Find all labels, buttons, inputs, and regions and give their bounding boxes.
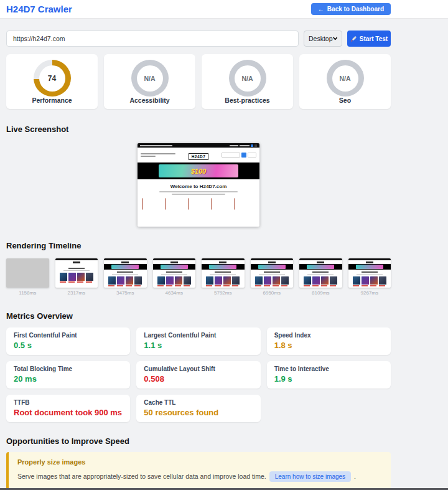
metric-card: First Contentful Paint 0.5 s bbox=[6, 327, 130, 355]
site-welcome-heading: Welcome to H24D7.com bbox=[138, 184, 259, 189]
timeline-frame: 3475ms bbox=[104, 258, 147, 296]
metric-value: 0.508 bbox=[144, 374, 253, 384]
site-banner-band: $100 bbox=[138, 163, 259, 179]
metric-value: Root document took 900 ms bbox=[14, 408, 123, 417]
opportunities-list: Properly size images Serve images that a… bbox=[6, 452, 391, 490]
start-test-button[interactable]: Start Test bbox=[347, 31, 391, 47]
timeline-frame: 6950ms bbox=[251, 258, 294, 296]
url-input[interactable] bbox=[6, 31, 299, 47]
score-donut: 74 bbox=[34, 60, 71, 97]
opportunity-title: Properly size images bbox=[17, 458, 382, 466]
score-gauge-card: N/A Accessibility bbox=[104, 54, 195, 109]
score-gauge-card: N/A Seo bbox=[299, 54, 391, 109]
metric-value: 50 resources found bbox=[144, 408, 253, 417]
rendering-timeline-row: 1158ms 2317ms 3475ms bbox=[6, 258, 391, 296]
timeline-frame: 9267ms bbox=[348, 258, 391, 296]
metric-value: 1.8 s bbox=[274, 341, 383, 350]
site-logo: H24D7 bbox=[189, 153, 209, 160]
score-gauges-row: 74 Performance N/A Accessibility N/A Bes… bbox=[6, 54, 391, 109]
score-value: N/A bbox=[339, 75, 350, 82]
metric-card: Time to Interactive 1.9 s bbox=[267, 361, 391, 389]
site-topbar bbox=[138, 143, 259, 148]
site-social-icon bbox=[251, 144, 253, 147]
site-nav: H24D7 bbox=[138, 148, 259, 163]
timeline-timestamp: 4634ms bbox=[153, 290, 196, 296]
back-button-label: Back to Dashboard bbox=[327, 6, 384, 12]
timeline-thumbnail[interactable] bbox=[153, 258, 196, 288]
score-value: N/A bbox=[241, 75, 253, 82]
rendering-timeline-heading: Rendering Timeline bbox=[6, 241, 391, 250]
score-donut: N/A bbox=[327, 60, 364, 97]
opportunity-learn-link[interactable]: Learn how to size images bbox=[269, 471, 351, 482]
score-gauge-card: N/A Best-practices bbox=[202, 54, 293, 109]
site-product-card bbox=[211, 199, 232, 210]
metric-label: Total Blocking Time bbox=[14, 365, 123, 372]
back-to-dashboard-button[interactable]: ← Back to Dashboard bbox=[311, 3, 391, 15]
timeline-frame: 1158ms bbox=[6, 258, 49, 296]
metric-value: 0.5 s bbox=[14, 341, 123, 350]
test-toolbar: Desktop Start Test bbox=[6, 31, 391, 47]
live-screenshot-image: H24D7 $100 Welcome to H24D7.com bbox=[138, 143, 259, 227]
device-select[interactable]: Desktop bbox=[304, 31, 342, 47]
site-search-button bbox=[241, 153, 246, 158]
site-banner-text: $100 bbox=[191, 167, 206, 175]
score-label: Accessibility bbox=[129, 97, 169, 104]
start-test-label: Start Test bbox=[360, 35, 388, 42]
site-search-box bbox=[222, 153, 240, 158]
opportunity-description: Serve images that are appropriately-size… bbox=[17, 473, 268, 480]
device-select-value: Desktop bbox=[309, 35, 333, 42]
timeline-frame: 2317ms bbox=[55, 258, 98, 296]
back-arrow-icon: ← bbox=[318, 6, 324, 12]
timeline-timestamp: 5792ms bbox=[202, 290, 245, 296]
app-header: H24D7 Crawler ← Back to Dashboard bbox=[0, 0, 448, 19]
timeline-thumbnail[interactable] bbox=[55, 258, 98, 288]
metric-label: First Contentful Paint bbox=[14, 332, 123, 339]
metric-card: Total Blocking Time 20 ms bbox=[6, 361, 130, 389]
timeline-thumbnail[interactable] bbox=[202, 258, 245, 288]
metric-card: Speed Index 1.8 s bbox=[267, 327, 391, 355]
site-product-row bbox=[138, 199, 259, 210]
timeline-thumbnail[interactable] bbox=[6, 258, 49, 288]
metric-card: Cache TTL 50 resources found bbox=[136, 395, 260, 422]
timeline-timestamp: 1158ms bbox=[6, 290, 49, 296]
metric-card: Cumulative Layout Shift 0.508 bbox=[136, 361, 260, 389]
score-gauge-card: 74 Performance bbox=[6, 54, 98, 109]
score-value: N/A bbox=[144, 75, 155, 82]
score-donut: N/A bbox=[131, 60, 169, 97]
timeline-timestamp: 9267ms bbox=[348, 290, 391, 296]
metric-value: 1.1 s bbox=[144, 341, 253, 350]
metrics-overview-heading: Metrics Overview bbox=[6, 311, 391, 321]
score-value: 74 bbox=[48, 74, 56, 83]
metrics-grid: First Contentful Paint 0.5 s Largest Con… bbox=[6, 327, 391, 422]
metric-label: Cumulative Layout Shift bbox=[144, 365, 253, 372]
live-screenshot-heading: Live Screenshot bbox=[6, 125, 391, 134]
metric-label: Time to Interactive bbox=[274, 365, 383, 372]
timeline-thumbnail[interactable] bbox=[299, 258, 342, 288]
metric-card: Largest Contentful Paint 1.1 s bbox=[136, 327, 260, 355]
metric-label: Speed Index bbox=[274, 332, 383, 339]
timeline-thumbnail[interactable] bbox=[251, 258, 294, 288]
timeline-thumbnail[interactable] bbox=[104, 258, 147, 288]
timeline-frame: 5792ms bbox=[202, 258, 245, 296]
score-donut: N/A bbox=[229, 60, 266, 97]
score-label: Best-practices bbox=[225, 97, 269, 104]
timeline-timestamp: 8109ms bbox=[299, 290, 342, 296]
site-product-card bbox=[188, 199, 209, 210]
site-product-card bbox=[234, 199, 255, 210]
site-product-card bbox=[165, 199, 186, 210]
page-title: H24D7 Crawler bbox=[6, 4, 72, 14]
timeline-timestamp: 3475ms bbox=[104, 290, 147, 296]
timeline-timestamp: 2317ms bbox=[55, 290, 98, 296]
timeline-thumbnail[interactable] bbox=[348, 258, 391, 288]
metric-value: 1.9 s bbox=[274, 374, 383, 384]
metric-label: Largest Contentful Paint bbox=[144, 332, 253, 339]
opportunity-card: Properly size images Serve images that a… bbox=[6, 452, 391, 490]
timeline-frame: 4634ms bbox=[153, 258, 196, 296]
opportunities-heading: Opportunities to Improve Speed bbox=[6, 436, 391, 446]
rocket-icon bbox=[350, 35, 357, 42]
timeline-frame: 8109ms bbox=[299, 258, 342, 296]
timeline-timestamp: 6950ms bbox=[251, 290, 294, 296]
metric-value: 20 ms bbox=[14, 374, 123, 384]
chevron-down-icon bbox=[333, 36, 337, 41]
metric-label: TTFB bbox=[14, 399, 123, 406]
